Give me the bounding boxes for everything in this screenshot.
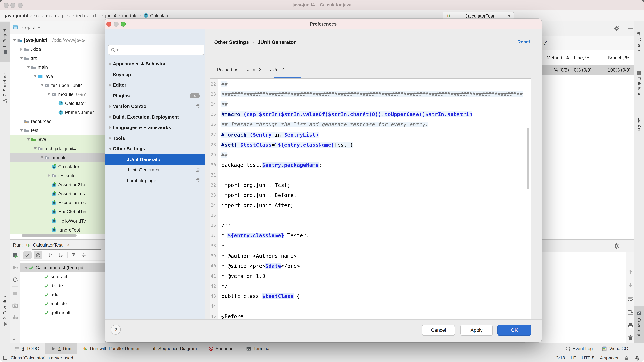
- expand-all-icon[interactable]: [70, 251, 78, 259]
- editor-line[interactable]: 35: [210, 210, 527, 220]
- up-arrow-icon[interactable]: [628, 269, 633, 275]
- stripe-button-2-favorites[interactable]: 2: Favorites: [0, 290, 10, 333]
- sidebar-item-languages-frameworks[interactable]: Languages & Frameworks: [105, 122, 205, 133]
- sidebar-item-editor[interactable]: Editor: [105, 80, 205, 90]
- toolwindow-button-terminal[interactable]: Terminal: [240, 343, 276, 354]
- sort-by-duration-icon[interactable]: [57, 251, 65, 259]
- editor-line[interactable]: 37* ${entry.className} Tester.: [210, 230, 527, 241]
- editor-line[interactable]: 43public class $testClass {: [210, 291, 527, 301]
- line-ending[interactable]: LF: [571, 356, 576, 360]
- sidebar-item-version-control[interactable]: Version Control: [105, 101, 205, 112]
- breadcrumb-item[interactable]: module: [122, 13, 138, 18]
- apply-button[interactable]: Apply: [460, 324, 493, 336]
- caret-position[interactable]: 3:18: [556, 356, 565, 360]
- sidebar-item-other-settings[interactable]: Other Settings: [105, 144, 205, 154]
- indent-setting[interactable]: 4 spaces: [600, 356, 618, 360]
- gear-icon[interactable]: [614, 26, 620, 31]
- cancel-button[interactable]: Cancel: [422, 324, 455, 336]
- tree-row[interactable]: module: [10, 153, 105, 162]
- breadcrumb-item[interactable]: java: [62, 13, 70, 18]
- gear-icon[interactable]: [614, 243, 620, 249]
- tree-row[interactable]: CAssertion2Te: [10, 180, 105, 189]
- ide-face-icon[interactable]: [635, 356, 640, 360]
- collapse-all-icon[interactable]: [80, 251, 88, 259]
- run-tab-label[interactable]: CalculatorTest: [33, 242, 62, 248]
- tree-row[interactable]: CAssertionTes: [10, 189, 105, 198]
- toolwindow-button-4-run[interactable]: 4: Run: [45, 343, 77, 354]
- tree-row[interactable]: main: [10, 63, 105, 72]
- soft-wrap-icon[interactable]: [628, 296, 633, 302]
- editor-line[interactable]: 30package test.$entry.packageName;: [210, 160, 527, 170]
- tree-row[interactable]: .idea: [10, 44, 105, 54]
- project-horizontal-scrollbar[interactable]: [22, 234, 76, 236]
- template-editor[interactable]: 22##23##################################…: [210, 78, 531, 325]
- breadcrumb-item[interactable]: tech: [76, 13, 85, 18]
- toolwindow-button-run-with-parallel-runner[interactable]: Run with Parallel Runner: [77, 343, 146, 354]
- breadcrumb-item[interactable]: src: [34, 13, 40, 18]
- tree-row[interactable]: CExceptionTes: [10, 198, 105, 207]
- rerun-with-coverage-icon[interactable]: [12, 252, 18, 258]
- toolwindow-button-sequence-diagram[interactable]: 1Sequence Diagram: [145, 343, 202, 354]
- sidebar-item-lombok-plugin[interactable]: Lombok plugin: [105, 175, 205, 186]
- editor-line[interactable]: 39* @author <Authors name>: [210, 251, 527, 261]
- breadcrumb-item[interactable]: main: [46, 13, 56, 18]
- tree-row[interactable]: tech.pdai.junit4: [10, 144, 105, 153]
- editor-line[interactable]: 36/**: [210, 220, 527, 230]
- editor-line[interactable]: 44: [210, 301, 527, 311]
- stripe-button-7-structure[interactable]: 7: Structure: [0, 68, 10, 109]
- reset-link[interactable]: Reset: [517, 39, 530, 44]
- breadcrumb-item[interactable]: pdai: [91, 13, 100, 18]
- tree-row[interactable]: resources: [10, 117, 105, 126]
- search-input[interactable]: [119, 46, 204, 54]
- breadcrumb-item[interactable]: java-junit4: [5, 13, 28, 18]
- sidebar-item-keymap[interactable]: Keymap: [105, 69, 205, 80]
- sidebar-item-plugins[interactable]: Plugins4: [105, 90, 205, 101]
- editor-line[interactable]: 42*/: [210, 281, 527, 291]
- down-arrow-icon[interactable]: [628, 282, 633, 288]
- breadcrumb-item[interactable]: CCalculator: [143, 13, 171, 18]
- tree-row[interactable]: module0% c: [10, 90, 105, 99]
- project-panel-header[interactable]: Project: [10, 21, 105, 34]
- tree-row[interactable]: java-junit4~/pdai/www/java-: [10, 36, 105, 44]
- test-item[interactable]: subtract: [20, 272, 105, 281]
- editor-line[interactable]: 38*: [210, 241, 527, 251]
- tree-row[interactable]: CHasGlobalTim: [10, 207, 105, 216]
- thread-dump-camera-icon[interactable]: [12, 303, 18, 308]
- stripe-button-1-project[interactable]: 1: Project: [0, 22, 10, 62]
- search-history-chevron-icon[interactable]: [116, 49, 118, 50]
- sidebar-item-junit-generator[interactable]: JUnit Generator: [105, 154, 205, 165]
- tree-row[interactable]: java: [10, 135, 105, 144]
- tab-junit-3[interactable]: JUnit 3: [247, 67, 262, 74]
- tree-row[interactable]: java: [10, 72, 105, 81]
- close-icon[interactable]: ✕: [66, 242, 70, 248]
- editor-line[interactable]: 25#macro (cap $strIn)$strIn.valueOf($str…: [210, 110, 527, 120]
- tree-row[interactable]: CHelloWorldTe: [10, 216, 105, 225]
- toolwindow-button-sonarlint[interactable]: SonarLint: [202, 343, 240, 354]
- editor-line[interactable]: 26## Iterate through the list and genera…: [210, 120, 527, 130]
- rerun-failed-tests-icon[interactable]: 9: [12, 264, 18, 270]
- show-ignored-toggle[interactable]: [34, 251, 42, 259]
- editor-line[interactable]: 32import org.junit.Test;: [210, 180, 527, 190]
- tree-row[interactable]: testsuite: [10, 171, 105, 180]
- editor-line[interactable]: 24##: [210, 99, 527, 109]
- toolwindow-button-6-todo[interactable]: 6: TODO: [8, 343, 45, 354]
- minimize-icon[interactable]: [628, 243, 633, 249]
- ok-button[interactable]: OK: [498, 324, 531, 336]
- clear-trash-icon[interactable]: [628, 335, 633, 341]
- toggle-auto-test-icon[interactable]: [12, 277, 18, 282]
- editor-vertical-scrollbar[interactable]: [527, 128, 529, 190]
- sidebar-item-build-execution-deployment[interactable]: Build, Execution, Deployment: [105, 112, 205, 122]
- tree-row[interactable]: CCalculator: [10, 162, 105, 171]
- print-icon[interactable]: [628, 323, 633, 328]
- tree-row[interactable]: test: [10, 126, 105, 135]
- tree-row[interactable]: src: [10, 54, 105, 63]
- stripe-button-coverage[interactable]: Coverage: [634, 306, 644, 343]
- editor-line[interactable]: 28#set( $testClass="${entry.className}Te…: [210, 140, 527, 150]
- test-item[interactable]: multiple: [20, 299, 105, 308]
- editor-line[interactable]: 27#foreach ($entry in $entryList): [210, 130, 527, 140]
- visualgc-button[interactable]: VisualGC: [602, 346, 628, 351]
- editor-line[interactable]: 22##: [210, 79, 527, 89]
- tab-properties[interactable]: Properties: [217, 67, 238, 74]
- editor-line[interactable]: 23######################################…: [210, 89, 527, 99]
- editor-line[interactable]: 40* @since <pre>$date</pre>: [210, 261, 527, 271]
